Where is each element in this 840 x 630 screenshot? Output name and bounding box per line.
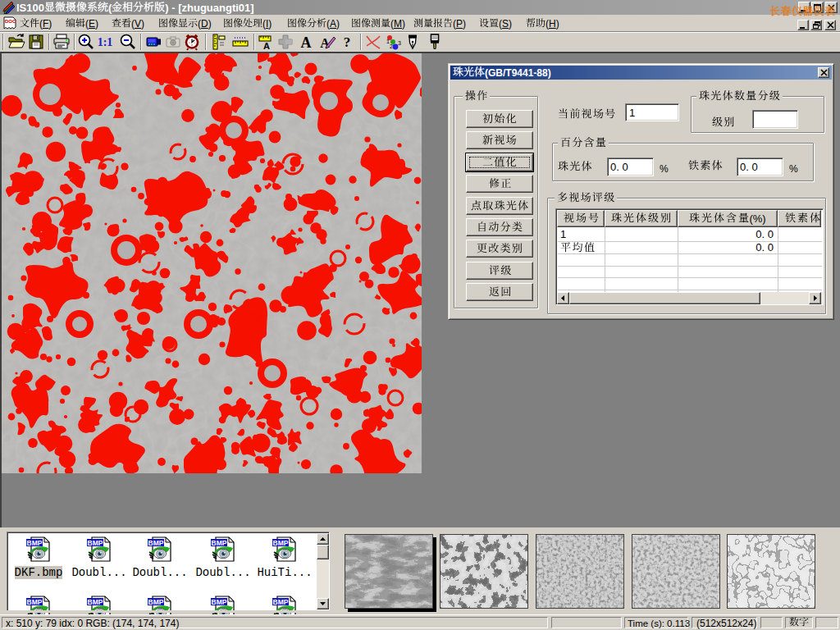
svg-text:BMP: BMP — [148, 598, 164, 606]
svg-text:BMP: BMP — [273, 539, 289, 547]
svg-text:BMP: BMP — [148, 539, 164, 547]
svg-text:BMP: BMP — [88, 598, 103, 606]
svg-text:BMP: BMP — [27, 539, 43, 547]
svg-text:BMP: BMP — [88, 539, 103, 547]
svg-text:BMP: BMP — [212, 598, 227, 606]
svg-text:BMP: BMP — [212, 539, 227, 547]
svg-text:3: 3 — [398, 40, 401, 46]
svg-text:1:1: 1:1 — [98, 36, 113, 48]
svg-text:BMP: BMP — [273, 598, 289, 606]
svg-text:DOC: DOC — [5, 19, 16, 24]
svg-text:BMP: BMP — [27, 598, 43, 606]
svg-text:A: A — [301, 34, 312, 51]
svg-text:2: 2 — [390, 43, 393, 49]
svg-text:?: ? — [344, 34, 351, 50]
svg-text:A: A — [263, 41, 270, 51]
